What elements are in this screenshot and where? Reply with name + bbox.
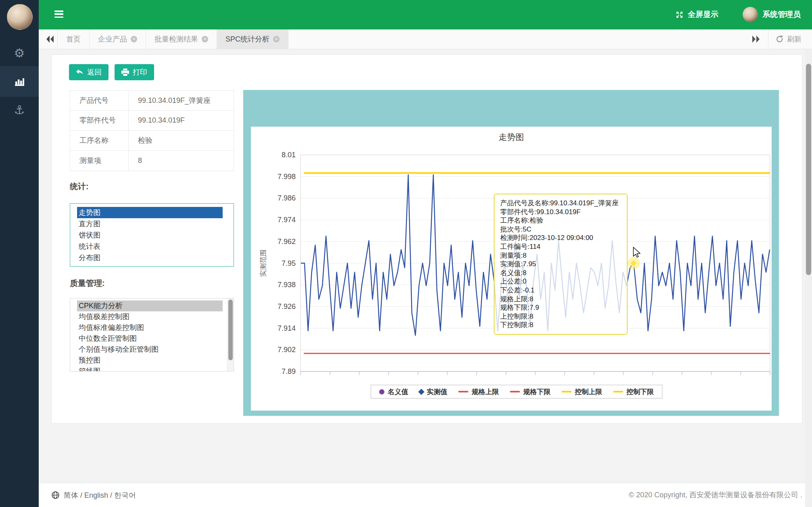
copyright-text: © 2020 Copyright, 西安爱德华测量设备股份有限公司 .	[629, 483, 802, 507]
info-label: 工序名称	[70, 131, 129, 150]
globe-icon	[52, 491, 59, 499]
list-item[interactable]: 统计表	[77, 241, 223, 252]
legend-label: 实测值	[427, 387, 447, 396]
user-menu[interactable]: 系统管理员	[743, 7, 801, 22]
mouse-cursor	[632, 247, 643, 258]
legend-marker-line	[613, 391, 623, 392]
page-scrollbar[interactable]	[805, 49, 812, 507]
legend-label: 名义值	[388, 387, 408, 396]
list-item[interactable]: 个别值与移动全距管制图	[77, 344, 223, 355]
fullscreen-button[interactable]: 全屏显示	[675, 9, 718, 20]
tab[interactable]: 企业产品×	[90, 29, 146, 49]
legend-marker-line	[510, 391, 520, 392]
footer: 简体 / English / 한국어 © 2020 Copyright, 西安爱…	[39, 483, 812, 507]
tab-label: 首页	[66, 34, 81, 44]
tab[interactable]: 首页	[57, 29, 90, 49]
user-name: 系统管理员	[762, 9, 801, 20]
user-avatar[interactable]	[7, 4, 33, 30]
back-button-label: 返回	[87, 67, 102, 77]
tooltip-line: 工件编号:114	[500, 242, 621, 251]
legend-marker-diamond	[418, 388, 425, 395]
tab[interactable]: 批量检测结果×	[146, 29, 217, 49]
list-scrollbar[interactable]	[227, 298, 234, 371]
tab-close-icon[interactable]: ×	[273, 36, 280, 42]
list-item[interactable]: 预控图	[77, 355, 223, 366]
sidebar-item-anchor[interactable]: ⚓	[0, 97, 39, 123]
list-item[interactable]: 均值极差控制图	[77, 311, 223, 322]
tooltip-line: 上控制限:8	[500, 312, 621, 321]
list-scrollbar-thumb[interactable]	[228, 300, 233, 360]
info-label: 零部件代号	[70, 111, 129, 130]
svg-text:7.914: 7.914	[278, 324, 296, 332]
list-item[interactable]: CPK能力分析	[77, 300, 223, 311]
info-label: 产品代号	[70, 91, 129, 110]
list-item[interactable]: 箱线图	[77, 366, 223, 371]
list-item[interactable]: 均值标准偏差控制图	[77, 322, 223, 333]
tab-label: 批量检测结果	[154, 34, 198, 44]
info-label: 测量项	[70, 151, 129, 171]
tab-bar: 首页企业产品×批量检测结果×SPC统计分析× 刷新	[39, 29, 812, 49]
sidebar-item-statistics[interactable]	[0, 66, 39, 97]
list-item[interactable]: 直方图	[77, 218, 223, 230]
refresh-button[interactable]: 刷新	[776, 34, 802, 44]
print-button[interactable]: 打印	[115, 64, 154, 80]
tooltip-line: 零部件代号:99.10.34.019F	[500, 208, 621, 217]
scroll-tabs-right-icon[interactable]	[751, 35, 761, 44]
tab-label: 企业产品	[98, 34, 127, 44]
tooltip-line: 产品代号及名称:99.10.34.019F_弹簧座	[500, 199, 621, 208]
list-item[interactable]: 分布图	[77, 252, 223, 263]
svg-text:7.962: 7.962	[278, 238, 296, 246]
tooltip-line: 测量项:8	[500, 251, 621, 260]
language-link[interactable]: 한국어	[114, 491, 136, 499]
stats-chart-type-list[interactable]: 走势图直方图饼状图统计表分布图	[70, 203, 234, 267]
svg-text:实测范围: 实测范围	[259, 250, 267, 277]
tooltip-line: 下公差:-0.1	[500, 286, 621, 295]
legend-marker-line	[458, 391, 468, 392]
scroll-tabs-left-icon[interactable]	[45, 35, 55, 44]
refresh-label: 刷新	[787, 34, 802, 44]
scrollbar-thumb[interactable]	[806, 64, 811, 275]
legend-item[interactable]: 规格下限	[510, 387, 551, 396]
tab[interactable]: SPC统计分析×	[217, 29, 288, 49]
legend-item[interactable]: 控制上限	[562, 387, 602, 396]
gear-icon: ⚙	[14, 47, 25, 59]
fullscreen-icon	[675, 10, 684, 19]
language-link[interactable]: English	[84, 491, 108, 499]
legend-item[interactable]: 名义值	[379, 387, 408, 396]
return-icon	[76, 69, 83, 75]
quality-management-list[interactable]: CPK能力分析均值极差控制图均值标准偏差控制图中位数全距管制图个别值与移动全距管…	[70, 298, 234, 371]
tab-close-icon[interactable]: ×	[202, 36, 208, 42]
svg-text:7.986: 7.986	[278, 194, 296, 202]
list-item[interactable]: 走势图	[77, 207, 223, 218]
hamburger-menu-icon[interactable]	[54, 10, 64, 19]
app-root: ⚙ ⚓ 全屏显示	[0, 0, 812, 507]
svg-text:7.926: 7.926	[278, 303, 296, 311]
tab-close-icon[interactable]: ×	[131, 36, 137, 42]
tooltip-line: 工序名称:检验	[500, 216, 621, 225]
info-value: 99.10.34.019F_弹簧座	[129, 91, 234, 110]
legend-item[interactable]: 规格上限	[458, 387, 499, 396]
svg-text:7.89: 7.89	[282, 367, 296, 376]
stats-section-title: 统计:	[70, 181, 89, 192]
tooltip-line: 下控制限:8	[500, 321, 621, 330]
table-row: 零部件代号99.10.34.019F	[70, 111, 234, 131]
svg-text:8.01: 8.01	[282, 151, 296, 159]
tab-list: 首页企业产品×批量检测结果×SPC统计分析×	[57, 29, 288, 49]
svg-text:7.902: 7.902	[278, 346, 296, 354]
language-link[interactable]: 简体	[64, 491, 78, 499]
refresh-icon	[776, 35, 784, 43]
legend-label: 规格下限	[523, 387, 551, 396]
tooltip-line: 上公差:0	[500, 277, 621, 286]
legend-item[interactable]: 控制下限	[613, 387, 654, 396]
legend-label: 控制上限	[575, 387, 602, 396]
sidebar-item-settings[interactable]: ⚙	[0, 40, 39, 66]
list-item[interactable]: 饼状图	[77, 230, 223, 241]
legend-item[interactable]: 实测值	[419, 387, 447, 396]
fullscreen-label: 全屏显示	[688, 9, 718, 20]
info-value: 8	[129, 151, 234, 171]
svg-text:7.998: 7.998	[278, 173, 296, 181]
list-item[interactable]: 中位数全距管制图	[77, 333, 223, 344]
language-links: 简体 / English / 한국어	[64, 490, 136, 500]
back-button[interactable]: 返回	[69, 64, 109, 80]
svg-text:7.95: 7.95	[282, 259, 296, 267]
